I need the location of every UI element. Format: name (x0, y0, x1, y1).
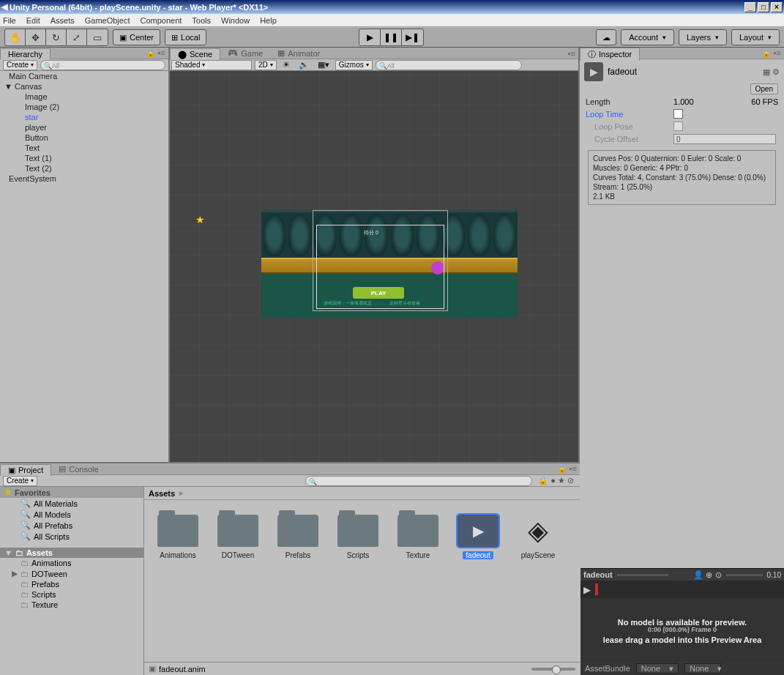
tree-item[interactable]: 🔍All Scripts (0, 531, 143, 542)
hierarchy-item[interactable]: star (0, 112, 168, 122)
hierarchy-item[interactable]: Text (0, 143, 168, 153)
play-controls: ▶ ❚❚ ▶❚ (359, 29, 424, 46)
layers-dropdown[interactable]: Layers (679, 29, 727, 45)
hierarchy-item[interactable]: Button (0, 133, 168, 143)
fx-toggle-icon[interactable]: ▦▾ (315, 60, 332, 70)
shading-dropdown[interactable]: Shaded (171, 60, 252, 70)
pivot-local-button[interactable]: ⊞Local (165, 29, 206, 45)
asset-folder[interactable]: Texture (397, 515, 438, 647)
asset-folder[interactable]: Prefabs (277, 515, 318, 647)
hierarchy-item[interactable]: player (0, 122, 168, 133)
hierarchy-create-dropdown[interactable]: Create (3, 60, 37, 70)
cloud-button[interactable]: ☁ (596, 29, 616, 45)
project-create-dropdown[interactable]: Create (3, 476, 37, 486)
asset-scene[interactable]: ◈playScene (518, 515, 559, 647)
menu-tools[interactable]: Tools (192, 16, 211, 25)
assetbundle-variant-dropdown[interactable]: None▾ (684, 663, 721, 674)
menu-file[interactable]: File (3, 16, 16, 25)
maximize-button[interactable]: □ (758, 2, 769, 12)
search-icon: 🔍 (20, 510, 31, 519)
scene-search-input[interactable]: 🔍All (376, 60, 522, 70)
unity-scene-icon: ◈ (518, 515, 559, 547)
menu-component[interactable]: Component (140, 16, 182, 25)
length-label: Length (586, 97, 673, 106)
hierarchy-item[interactable]: Text (1) (0, 153, 168, 163)
asset-animation[interactable]: ▶fadeout (458, 515, 499, 647)
hierarchy-item[interactable]: Image (2) (0, 102, 168, 112)
close-button[interactable]: × (771, 2, 783, 12)
hand-tool[interactable]: ✋ (5, 29, 26, 45)
breadcrumb[interactable]: Assets▸ (144, 487, 580, 500)
assets-header[interactable]: ▼🗀Assets (0, 548, 143, 558)
tree-item[interactable]: ▶🗀DOTween (0, 568, 143, 579)
account-dropdown[interactable]: Account (621, 29, 674, 45)
asset-folder[interactable]: Animations (157, 515, 198, 647)
tree-item[interactable]: 🔍All Prefabs (0, 520, 143, 531)
length-value: 1.000 (673, 97, 694, 106)
icon-size-slider[interactable] (531, 668, 575, 671)
asset-grid[interactable]: Animations DOTween Prefabs Scripts Textu… (144, 500, 580, 662)
hierarchy-item[interactable]: EventSystem (0, 174, 168, 184)
hierarchy-search-input[interactable]: 🔍All (40, 60, 165, 70)
pivot-center-button[interactable]: ▣Center (113, 29, 160, 45)
loop-time-checkbox[interactable] (673, 109, 683, 119)
search-icon: 🔍 (20, 499, 31, 508)
asset-folder[interactable]: Scripts (337, 515, 378, 647)
inspector-tab[interactable]: ⓘInspector (580, 48, 640, 61)
step-button[interactable]: ▶❚ (402, 29, 423, 45)
gizmos-dropdown[interactable]: Gizmos (335, 60, 373, 70)
rotate-tool[interactable]: ↻ (46, 29, 67, 45)
move-tool[interactable]: ✥ (26, 29, 46, 45)
project-search-input[interactable]: 🔍 (305, 476, 532, 486)
loop-pose-checkbox[interactable] (673, 122, 683, 131)
tree-item[interactable]: 🗀Animations (0, 558, 143, 568)
assetbundle-dropdown[interactable]: None▾ (636, 663, 679, 674)
tree-item[interactable]: 🗀Texture (0, 600, 143, 610)
expand-arrow-icon[interactable]: ▼ (4, 82, 12, 91)
cycle-offset-field[interactable] (673, 134, 776, 144)
minimize-button[interactable]: _ (744, 2, 756, 12)
rect-tool[interactable]: ▭ (87, 29, 108, 45)
inspector-icon: ⓘ (588, 49, 596, 60)
hierarchy-item[interactable]: Main Camera (0, 71, 168, 81)
folder-icon: 🗀 (20, 600, 29, 609)
project-tree[interactable]: ★Favorites 🔍All Materials 🔍All Models 🔍A… (0, 487, 144, 675)
star-sprite[interactable]: ★ (195, 214, 205, 225)
scale-tool[interactable]: ⤢ (67, 29, 87, 45)
pause-button[interactable]: ❚❚ (381, 29, 402, 45)
menu-edit[interactable]: Edit (26, 16, 40, 25)
panel-lock-icon[interactable]: 🔒 ▪≡ (143, 48, 168, 58)
menu-help[interactable]: Help (260, 16, 277, 25)
inspector-header: ▶ fadeout ▦ ⚙ (580, 59, 784, 84)
tree-item[interactable]: 🗀Scripts (0, 589, 143, 600)
hierarchy-item[interactable]: Text (2) (0, 163, 168, 174)
console-tab[interactable]: ▤Console (51, 463, 105, 474)
favorites-header[interactable]: ★Favorites (0, 487, 143, 498)
game-tab[interactable]: 🎮Game (220, 48, 270, 59)
hierarchy-item[interactable]: Image (0, 92, 168, 102)
audio-toggle-icon[interactable]: 🔊 (296, 60, 312, 70)
play-button[interactable]: ▶ (359, 29, 381, 45)
project-assets-view: Assets▸ Animations DOTween Prefabs Scrip… (144, 487, 580, 675)
context-icon[interactable]: ▦ ⚙ (763, 67, 780, 77)
tree-item[interactable]: 🔍All Materials (0, 498, 143, 509)
filter-icons[interactable]: 🔒 ● ★ ⊘ (535, 476, 577, 485)
layout-dropdown[interactable]: Layout (731, 29, 780, 45)
scene-tab[interactable]: ⬤Scene (170, 48, 220, 60)
menu-gameobject[interactable]: GameObject (85, 16, 130, 25)
animator-tab[interactable]: ▦Animator (270, 48, 327, 59)
preview-header[interactable]: fadeout 👤 ⊕ ⊙ 0.10 (580, 569, 784, 581)
menu-assets[interactable]: Assets (51, 16, 75, 25)
tree-item[interactable]: 🗀Prefabs (0, 579, 143, 589)
preview-play-button[interactable]: ▶ (583, 584, 591, 595)
tree-item[interactable]: 🔍All Models (0, 509, 143, 520)
asset-folder[interactable]: DOTween (217, 515, 258, 647)
project-tab[interactable]: ▣Project (0, 464, 51, 476)
menu-window[interactable]: Window (221, 16, 250, 25)
hierarchy-item[interactable]: ▼ Canvas (0, 81, 168, 92)
hierarchy-tab[interactable]: Hierarchy (0, 48, 51, 59)
animation-icon: ▶ (458, 515, 499, 547)
lighting-toggle-icon[interactable]: ☀ (280, 60, 293, 70)
2d-toggle[interactable]: 2D (255, 60, 277, 70)
preview-tools-icon[interactable]: 👤 ⊕ ⊙ (693, 570, 721, 580)
